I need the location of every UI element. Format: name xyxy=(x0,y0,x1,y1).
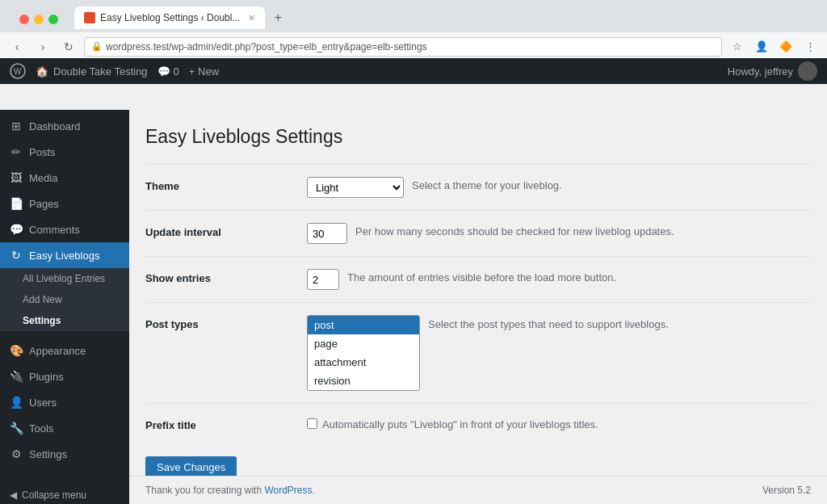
prefix-title-label: Prefix title xyxy=(145,416,307,431)
prefix-title-description: Automatically puts "Liveblog" in front o… xyxy=(322,416,598,430)
traffic-light-red[interactable] xyxy=(19,15,29,24)
sidebar: ⊞ Dashboard ✏ Posts 🖼 Media 📄 Pages 💬 Co… xyxy=(0,110,129,504)
post-types-label: Post types xyxy=(145,315,307,330)
admin-bar-site[interactable]: 🏠 Double Take Testing xyxy=(36,65,148,78)
sidebar-item-users[interactable]: 👤 Users xyxy=(0,389,129,415)
page-title: Easy Liveblogs Settings xyxy=(145,126,811,148)
sidebar-item-label: Users xyxy=(29,397,57,409)
sidebar-item-all-entries[interactable]: All Liveblog Entries xyxy=(0,268,129,289)
profile-icon[interactable]: 👤 xyxy=(751,36,772,57)
post-type-item-page[interactable]: page xyxy=(308,334,419,353)
update-interval-field: Per how many seconds should be checked f… xyxy=(307,223,811,244)
site-name: Double Take Testing xyxy=(53,65,148,78)
settings-label: Settings xyxy=(23,315,61,326)
page-footer: Thank you for creating with WordPress. V… xyxy=(129,476,827,504)
admin-bar-user[interactable]: Howdy, jeffrey xyxy=(728,61,817,81)
comments-count: 0 xyxy=(174,65,179,78)
svg-text:W: W xyxy=(14,67,22,76)
tools-icon: 🔧 xyxy=(10,422,23,435)
sidebar-item-label: Appearance xyxy=(29,345,86,357)
sidebar-item-pages[interactable]: 📄 Pages xyxy=(0,191,129,216)
tab-title: Easy Liveblog Settings ‹ Doubl... xyxy=(100,12,240,23)
footer-text: Thank you for creating with WordPress. xyxy=(145,485,315,496)
sidebar-item-label: Settings xyxy=(29,448,67,460)
new-tab-button[interactable]: + xyxy=(268,8,288,27)
post-type-item-attachment[interactable]: attachment xyxy=(308,353,419,372)
pages-icon: 📄 xyxy=(10,197,23,210)
traffic-light-yellow[interactable] xyxy=(34,15,44,24)
posts-icon: ✏ xyxy=(10,145,23,158)
footer-wordpress-link[interactable]: WordPress xyxy=(264,485,312,496)
post-type-item-post[interactable]: post xyxy=(308,316,419,334)
menu-icon[interactable]: ⋮ xyxy=(800,36,821,57)
theme-field: Light Dark Select a theme for your liveb… xyxy=(307,177,811,198)
sidebar-item-appearance[interactable]: 🎨 Appearance xyxy=(0,338,129,363)
liveblogs-submenu: All Liveblog Entries Add New Settings xyxy=(0,268,129,331)
tab-close-icon[interactable]: ✕ xyxy=(248,13,255,23)
wp-logo-icon: W xyxy=(10,63,26,79)
post-types-list: post page attachment revision xyxy=(307,315,420,391)
collapse-label: Collapse menu xyxy=(22,489,86,501)
sidebar-item-tools[interactable]: 🔧 Tools xyxy=(0,415,129,441)
sidebar-item-wp-settings[interactable]: ⚙ Settings xyxy=(0,441,129,467)
prefix-title-checkbox[interactable] xyxy=(307,418,317,429)
sidebar-item-label: Comments xyxy=(29,224,80,236)
prefix-checkbox-container: Automatically puts "Liveblog" in front o… xyxy=(307,416,598,430)
prefix-title-setting-row: Prefix title Automatically puts "Liveblo… xyxy=(145,403,811,443)
sidebar-item-label: Dashboard xyxy=(29,120,81,132)
version-text: Version 5.2 xyxy=(762,485,811,496)
post-types-description: Select the post types that need to suppo… xyxy=(428,315,669,330)
update-interval-input[interactable] xyxy=(307,223,347,244)
dashboard-icon: ⊞ xyxy=(10,120,23,132)
sidebar-item-label: Easy Liveblogs xyxy=(29,250,99,262)
sidebar-item-plugins[interactable]: 🔌 Plugins xyxy=(0,363,129,389)
settings-icon: ⚙ xyxy=(10,447,23,460)
save-changes-container: Save Changes xyxy=(145,443,811,478)
collapse-menu-button[interactable]: ◀ Collapse menu xyxy=(0,483,129,504)
show-entries-input[interactable] xyxy=(307,269,339,290)
sidebar-item-dashboard[interactable]: ⊞ Dashboard xyxy=(0,113,129,139)
address-text: wordpress.test/wp-admin/edit.php?post_ty… xyxy=(106,41,427,52)
sidebar-item-posts[interactable]: ✏ Posts xyxy=(0,139,129,165)
howdy-text: Howdy, jeffrey xyxy=(728,65,793,78)
reload-button[interactable]: ↻ xyxy=(58,36,79,57)
user-avatar xyxy=(798,61,817,81)
post-type-item-revision[interactable]: revision xyxy=(308,372,419,390)
collapse-icon: ◀ xyxy=(10,489,17,501)
content-area: Easy Liveblogs Settings Theme Light Dark… xyxy=(129,110,827,494)
show-entries-label: Show entries xyxy=(145,269,307,284)
sidebar-item-media[interactable]: 🖼 Media xyxy=(0,165,129,191)
sidebar-item-settings[interactable]: Settings xyxy=(0,310,129,331)
main-content: Easy Liveblogs Settings Theme Light Dark… xyxy=(129,110,827,504)
show-entries-setting-row: Show entries The amount of entries visib… xyxy=(145,256,811,302)
browser-tab[interactable]: Easy Liveblog Settings ‹ Doubl... ✕ xyxy=(74,6,265,29)
sidebar-item-easy-liveblogs[interactable]: ↻ Easy Liveblogs xyxy=(0,242,129,268)
prefix-title-field: Automatically puts "Liveblog" in front o… xyxy=(307,416,811,430)
show-entries-description: The amount of entries visible before the… xyxy=(347,269,616,284)
extension-icon[interactable]: 🔶 xyxy=(775,36,796,57)
bookmark-icon[interactable]: ☆ xyxy=(727,36,748,57)
sidebar-item-comments[interactable]: 💬 Comments xyxy=(0,216,129,242)
sidebar-item-add-new[interactable]: Add New xyxy=(0,289,129,310)
theme-description: Select a theme for your liveblog. xyxy=(412,177,562,191)
comments-icon: 💬 xyxy=(157,65,170,78)
forward-button[interactable]: › xyxy=(32,36,53,57)
tab-favicon xyxy=(84,12,95,23)
save-changes-button[interactable]: Save Changes xyxy=(145,456,237,478)
add-new-label: Add New xyxy=(23,294,62,305)
update-interval-setting-row: Update interval Per how many seconds sho… xyxy=(145,210,811,256)
admin-bar-home-icon: 🏠 xyxy=(36,65,48,78)
address-bar[interactable]: 🔒 wordpress.test/wp-admin/edit.php?post_… xyxy=(84,37,722,57)
admin-bar-comments[interactable]: 💬 0 xyxy=(157,65,179,78)
update-interval-label: Update interval xyxy=(145,223,307,238)
theme-setting-row: Theme Light Dark Select a theme for your… xyxy=(145,164,811,210)
users-icon: 👤 xyxy=(10,396,23,409)
post-types-setting-row: Post types post page attachment revision… xyxy=(145,302,811,403)
theme-select[interactable]: Light Dark xyxy=(307,177,404,198)
sidebar-item-label: Pages xyxy=(29,198,59,210)
back-button[interactable]: ‹ xyxy=(6,36,27,57)
new-content-label: + New xyxy=(189,65,219,78)
plugins-icon: 🔌 xyxy=(10,370,23,383)
traffic-light-green[interactable] xyxy=(48,15,58,24)
admin-bar-new[interactable]: + New xyxy=(189,65,219,78)
